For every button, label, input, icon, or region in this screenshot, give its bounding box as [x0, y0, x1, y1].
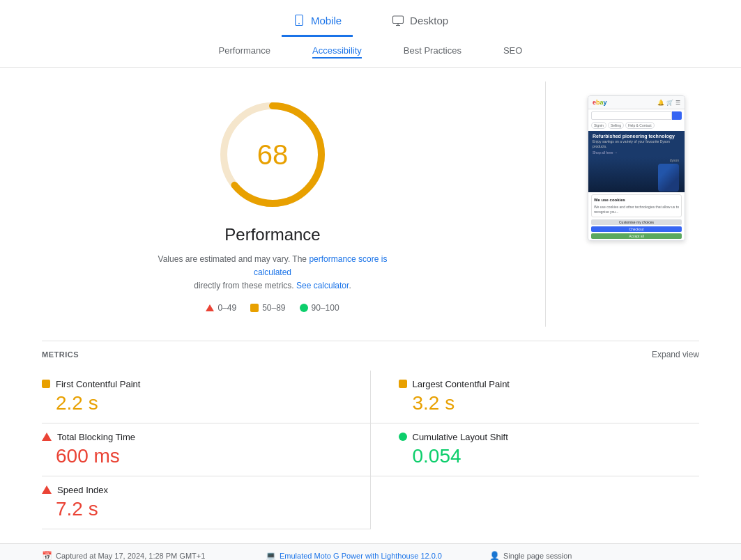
svg-rect-2	[393, 16, 404, 24]
site-preview-panel: ebay 🔔 🛒 ☰ Signin Selling Help & Contact	[588, 95, 699, 327]
metric-cls-header: Cumulative Layout Shift	[399, 432, 700, 442]
header: Mobile Desktop Performance Accessibility…	[0, 0, 741, 68]
footer-session-text: Single page session	[503, 552, 572, 560]
category-tab-bar: Performance Accessibility Best Practices…	[0, 37, 741, 67]
legend-red: 0–49	[206, 303, 236, 313]
metric-si-name: Speed Index	[57, 485, 108, 495]
metric-cls: Cumulative Layout Shift 0.054	[371, 423, 700, 476]
tab-mobile[interactable]: Mobile	[282, 8, 353, 37]
preview-customise-btn: Customise my choices	[591, 219, 682, 225]
legend-green-label: 90–100	[312, 303, 339, 313]
preview-cart-icon: 🛒	[666, 100, 673, 106]
score-label: Performance	[224, 225, 320, 244]
footer-emulated-link[interactable]: Emulated Moto G Power with Lighthouse 12…	[280, 552, 442, 560]
metric-fcp-indicator	[42, 380, 50, 388]
calendar-icon: 📅	[42, 551, 52, 560]
preview-accept-btn: Accept all	[591, 233, 682, 239]
footer-captured: 📅 Captured at May 17, 2024, 1:28 PM GMT+…	[42, 551, 252, 560]
main-content: 68 Performance Values are estimated and …	[0, 68, 741, 341]
preview-search-button	[672, 111, 682, 120]
metric-cls-value: 0.054	[413, 445, 700, 467]
laptop-icon: 💻	[266, 551, 276, 560]
footer: 📅 Captured at May 17, 2024, 1:28 PM GMT+…	[0, 543, 741, 560]
metrics-grid: First Contentful Paint 2.2 s Largest Con…	[42, 371, 699, 529]
device-tab-bar: Mobile Desktop	[0, 0, 741, 37]
footer-captured-text: Captured at May 17, 2024, 1:28 PM GMT+1	[56, 552, 205, 560]
metrics-header: METRICS Expand view	[42, 341, 699, 359]
preview-site-header: ebay 🔔 🛒 ☰	[588, 96, 685, 109]
user-icon: 👤	[489, 551, 500, 560]
preview-checkout-btn: Checkout	[591, 226, 682, 232]
score-circle: 68	[213, 95, 332, 214]
preview-search-bar	[591, 111, 682, 120]
metric-fcp: First Contentful Paint 2.2 s	[42, 371, 371, 423]
tab-best-practices[interactable]: Best Practices	[404, 44, 461, 59]
metric-si-header: Speed Index	[42, 485, 342, 495]
metric-si-value: 7.2 s	[56, 498, 342, 520]
metric-tbt-value: 600 ms	[56, 445, 342, 467]
metric-cls-name: Cumulative Layout Shift	[413, 432, 508, 442]
preview-product-image: dyson	[588, 157, 685, 192]
preview-search-input	[591, 111, 672, 120]
metric-tbt: Total Blocking Time 600 ms	[42, 423, 371, 476]
panel-divider	[545, 81, 546, 327]
metric-lcp-header: Largest Contentful Paint	[399, 379, 700, 389]
score-link-calculator[interactable]: See calculator	[296, 281, 349, 290]
tab-desktop-label: Desktop	[410, 15, 448, 26]
preview-cookie-notice: We use cookies We use cookies and other …	[591, 194, 682, 217]
preview-banner-link: Shop all here →	[593, 150, 680, 155]
score-desc-prefix: Values are estimated and may vary. The	[158, 254, 307, 264]
legend-red-icon	[206, 304, 214, 311]
tab-performance[interactable]: Performance	[219, 44, 270, 59]
preview-cookie-buttons: Customise my choices Checkout Accept all	[591, 219, 682, 239]
legend-orange-icon	[250, 304, 259, 312]
score-description: Values are estimated and may vary. The p…	[154, 253, 391, 293]
footer-emulated: 💻 Emulated Moto G Power with Lighthouse …	[266, 551, 475, 560]
preview-menu-icon: ☰	[675, 100, 680, 106]
metric-tbt-header: Total Blocking Time	[42, 432, 342, 442]
preview-product	[658, 164, 679, 192]
metrics-section: METRICS Expand view First Contentful Pai…	[0, 341, 741, 529]
metric-lcp-name: Largest Contentful Paint	[413, 379, 510, 389]
metric-tbt-name: Total Blocking Time	[57, 432, 135, 442]
tab-seo[interactable]: SEO	[503, 44, 522, 59]
metric-fcp-value: 2.2 s	[56, 392, 342, 414]
legend-orange: 50–89	[250, 303, 285, 313]
metric-lcp-indicator	[399, 380, 407, 388]
score-desc-mid: directly from these metrics.	[194, 281, 293, 290]
legend-green-icon	[300, 304, 308, 312]
score-panel: 68 Performance Values are estimated and …	[42, 81, 503, 327]
tab-desktop[interactable]: Desktop	[381, 8, 459, 37]
metric-cls-indicator	[399, 433, 407, 441]
preview-chip-3: Help & Contact	[625, 122, 655, 129]
preview-ebay-logo: ebay	[593, 99, 607, 106]
preview-banner-title: Refurbished pioneering technology	[593, 134, 680, 139]
site-preview: ebay 🔔 🛒 ☰ Signin Selling Help & Contact	[588, 95, 685, 241]
preview-bell-icon: 🔔	[657, 100, 664, 106]
preview-banner-sub: Enjoy savings on a variety of your favou…	[593, 139, 680, 149]
metric-tbt-indicator	[42, 433, 52, 441]
legend-red-label: 0–49	[217, 303, 236, 313]
tab-accessibility[interactable]: Accessibility	[312, 44, 362, 59]
metric-si: Speed Index 7.2 s	[42, 476, 371, 529]
metric-si-indicator	[42, 485, 52, 494]
metric-lcp-value: 3.2 s	[413, 392, 700, 414]
preview-header-icons: 🔔 🛒 ☰	[657, 100, 680, 106]
metric-fcp-header: First Contentful Paint	[42, 379, 342, 389]
preview-chip-2: Selling	[608, 122, 624, 129]
score-value: 68	[257, 139, 289, 171]
footer-session: 👤 Single page session	[489, 551, 699, 560]
score-legend: 0–49 50–89 90–100	[206, 303, 339, 313]
expand-view-button[interactable]: Expand view	[652, 350, 699, 359]
preview-banner: Refurbished pioneering technology Enjoy …	[588, 131, 685, 157]
legend-green: 90–100	[300, 303, 339, 313]
metric-fcp-name: First Contentful Paint	[56, 379, 140, 389]
tab-mobile-label: Mobile	[311, 15, 342, 26]
metric-lcp: Largest Contentful Paint 3.2 s	[371, 371, 700, 423]
preview-chip-1: Signin	[591, 122, 606, 129]
preview-chips: Signin Selling Help & Contact	[588, 122, 685, 131]
legend-orange-label: 50–89	[262, 303, 285, 313]
metrics-title: METRICS	[42, 350, 79, 359]
